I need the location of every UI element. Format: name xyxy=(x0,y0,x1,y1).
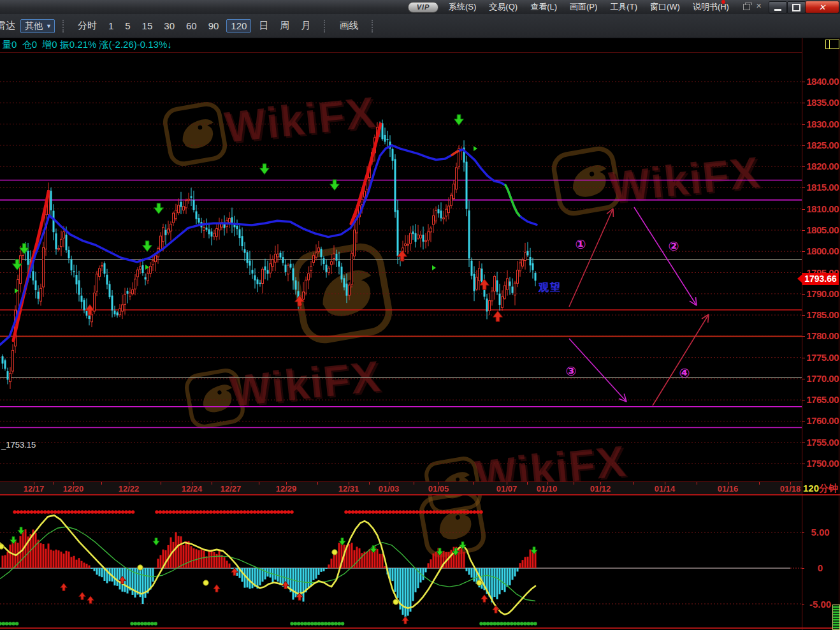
date-tick xyxy=(259,482,259,485)
date-tick xyxy=(192,482,192,485)
right-edge-border xyxy=(839,38,839,630)
price-label-1820.00: 1820.00 xyxy=(804,161,839,172)
date-tick xyxy=(34,482,34,485)
price-label-1750.00: 1750.00 xyxy=(804,458,839,469)
date-tick xyxy=(129,482,129,485)
wave-number-②: ② xyxy=(669,238,679,254)
wave-number-①: ① xyxy=(576,237,586,252)
date-label-01-18: 01/18 xyxy=(780,484,801,494)
price-label-1765.00: 1765.00 xyxy=(804,394,839,405)
date-tick xyxy=(73,482,74,485)
wave-number-④: ④ xyxy=(679,365,690,381)
date-tick xyxy=(231,482,231,485)
price-label-1755.00: 1755.00 xyxy=(804,437,839,448)
status-line: 量0 仓0 增0 振0.21% 涨(-2.26)-0.13%↓ xyxy=(2,39,172,51)
price-tick xyxy=(802,315,805,316)
price-label-1835.00: 1835.00 xyxy=(804,97,839,108)
date-label-01-14: 01/14 xyxy=(655,484,676,494)
date-tick xyxy=(161,482,161,485)
date-tick xyxy=(697,482,697,485)
price-label-1815.00: 1815.00 xyxy=(804,182,839,193)
price-tick xyxy=(802,443,805,443)
date-label-01-16: 01/16 xyxy=(718,484,739,494)
date-tick xyxy=(414,482,414,485)
date-tick xyxy=(473,482,474,485)
price-tick xyxy=(802,336,805,337)
date-label-12-29: 12/29 xyxy=(276,484,297,494)
price-tick xyxy=(802,166,805,167)
price-tick xyxy=(802,464,805,464)
date-label-01-10: 01/10 xyxy=(537,484,558,494)
vertical-scrollbar[interactable] xyxy=(832,604,840,630)
split-window-icon[interactable] xyxy=(825,40,839,49)
price-label-1760.00: 1760.00 xyxy=(804,415,839,426)
price-tick xyxy=(802,358,805,358)
date-label-12-31: 12/31 xyxy=(338,484,359,494)
date-label-01-12: 01/12 xyxy=(590,484,611,494)
date-label-12-20: 12/20 xyxy=(63,484,84,494)
date-tick xyxy=(665,482,665,485)
date-label-01-07: 01/07 xyxy=(496,484,518,494)
price-label-1775.00: 1775.00 xyxy=(804,352,839,363)
macd-tick xyxy=(802,568,804,569)
macd-tick xyxy=(802,532,804,533)
period-unit: 分钟 xyxy=(819,483,838,494)
date-tick xyxy=(317,482,318,485)
date-tick xyxy=(212,482,212,485)
price-label-1810.00: 1810.00 xyxy=(804,203,839,214)
price-tick xyxy=(802,379,805,379)
date-tick xyxy=(438,482,439,485)
watch-annotation-text: 观望 xyxy=(539,281,561,295)
price-tick xyxy=(802,421,805,421)
date-label-12-27: 12/27 xyxy=(221,484,242,494)
wave-number-③: ③ xyxy=(566,363,577,379)
date-tick xyxy=(728,482,728,485)
price-tick xyxy=(802,400,805,400)
date-tick xyxy=(369,482,370,485)
trendline-price-label: _1753.15 xyxy=(1,440,36,450)
date-tick xyxy=(790,482,791,485)
price-tick xyxy=(802,103,805,103)
chart-top-border xyxy=(0,52,802,53)
price-label-1790.00: 1790.00 xyxy=(804,288,839,299)
price-label-1840.00: 1840.00 xyxy=(804,76,839,87)
price-label-1830.00: 1830.00 xyxy=(804,119,839,129)
axis-left-border xyxy=(802,38,802,630)
price-label-1770.00: 1770.00 xyxy=(804,373,839,384)
macd-tick xyxy=(802,604,804,605)
price-tick xyxy=(802,124,805,125)
macd-label-0: 0 xyxy=(804,562,836,573)
date-label-12-22: 12/22 xyxy=(119,484,140,494)
date-tick xyxy=(101,482,102,485)
macd-bottom-border xyxy=(0,627,840,629)
price-label-1800.00: 1800.00 xyxy=(804,245,839,256)
date-label-12-24: 12/24 xyxy=(182,484,203,494)
date-tick xyxy=(349,482,349,485)
date-tick xyxy=(633,482,634,485)
price-label-1780.00: 1780.00 xyxy=(804,330,839,341)
price-label-1805.00: 1805.00 xyxy=(804,224,839,235)
date-label-01-03: 01/03 xyxy=(379,484,400,494)
chart-canvas[interactable] xyxy=(0,0,840,630)
date-strip-top-border xyxy=(0,481,802,482)
date-tick xyxy=(286,482,287,485)
price-tick xyxy=(802,209,805,210)
date-tick xyxy=(574,482,574,485)
date-label-12-17: 12/17 xyxy=(24,484,45,494)
date-label-01-05: 01/05 xyxy=(428,484,449,494)
macd-top-border xyxy=(0,494,840,495)
trading-app-window: VIP 系统(S)交易(Q)查看(L)画面(P)工具(T)窗口(W)说明书(H)… xyxy=(0,0,840,630)
current-price-tag: 1793.66 xyxy=(802,273,839,285)
date-tick xyxy=(600,482,601,485)
price-tick xyxy=(802,145,805,146)
price-tick xyxy=(802,251,805,252)
price-tick xyxy=(802,82,805,82)
date-tick xyxy=(54,482,54,485)
price-tick xyxy=(802,187,805,188)
date-tick xyxy=(759,482,760,485)
date-tick xyxy=(547,482,547,485)
price-label-1785.00: 1785.00 xyxy=(804,309,839,320)
period-label: 120分钟 xyxy=(803,483,838,495)
date-tick xyxy=(507,482,507,485)
date-tick xyxy=(527,482,528,485)
